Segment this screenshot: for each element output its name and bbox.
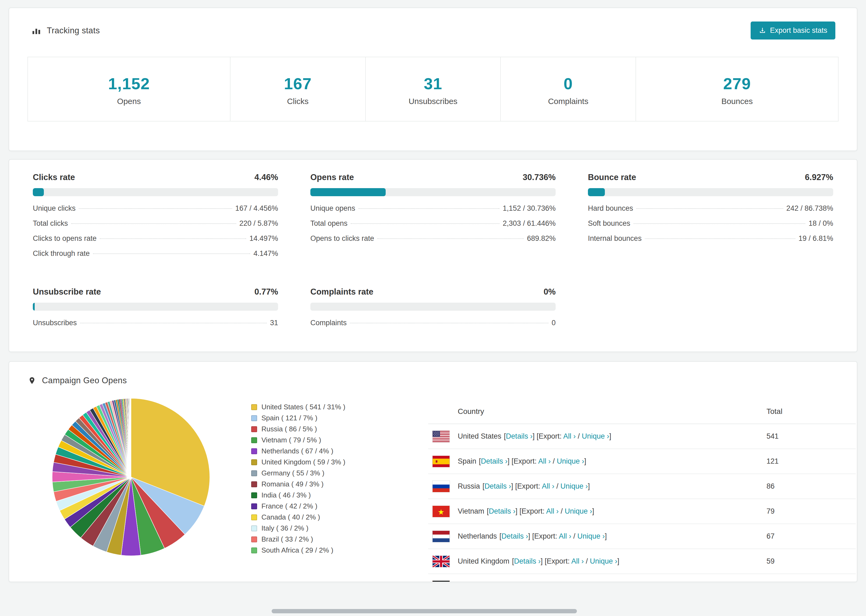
legend-chip-spain bbox=[251, 415, 257, 421]
details-link[interactable]: Details › bbox=[489, 507, 516, 515]
details-link[interactable]: Details › bbox=[485, 482, 511, 490]
dotted-leader bbox=[634, 223, 806, 224]
link-bracket-text: [ bbox=[477, 457, 481, 465]
link-bracket-text: ] bbox=[609, 432, 611, 440]
table-row-united-states: United States [Details ›] [Export: All ›… bbox=[428, 424, 856, 449]
country-column-header: Country bbox=[458, 407, 484, 416]
export-all-link[interactable]: All › bbox=[546, 507, 559, 515]
vn-flag-icon bbox=[433, 506, 450, 517]
details-link[interactable]: Details › bbox=[502, 532, 528, 540]
total-cell: 79 bbox=[767, 507, 856, 515]
details-link[interactable]: Details › bbox=[481, 457, 507, 465]
export-all-link[interactable]: All › bbox=[538, 457, 551, 465]
dotted-leader bbox=[351, 223, 499, 224]
rate-panel-clicks-rate: Clicks rate4.46%Unique clicks167 / 4.456… bbox=[33, 173, 278, 264]
link-bracket-text: ] bbox=[617, 557, 619, 565]
stat-box-bounces: 279Bounces bbox=[636, 57, 838, 121]
export-all-link[interactable]: All › bbox=[559, 532, 572, 540]
rate-panel-header: Clicks rate4.46% bbox=[33, 173, 278, 182]
progress-bar-fill bbox=[33, 303, 35, 311]
dotted-leader bbox=[80, 323, 267, 323]
progress-bar-track bbox=[33, 303, 278, 311]
stat-value: 1,152 bbox=[28, 74, 230, 93]
export-icon bbox=[759, 27, 766, 35]
export-unique-link[interactable]: Unique › bbox=[582, 432, 609, 440]
legend-label: Romania ( 49 / 3% ) bbox=[261, 480, 324, 488]
details-link[interactable]: Details › bbox=[514, 557, 540, 565]
legend-chip-united-kingdom bbox=[251, 459, 257, 465]
geo-opens-title: Campaign Geo Opens bbox=[42, 376, 127, 385]
rate-title: Clicks rate bbox=[33, 173, 75, 182]
legend-label: Canada ( 40 / 2% ) bbox=[261, 513, 320, 522]
table-row-united-kingdom: United Kingdom [Details ›] [Export: All … bbox=[428, 549, 856, 574]
legend-label: Italy ( 36 / 2% ) bbox=[261, 524, 309, 533]
legend-label: United States ( 541 / 31% ) bbox=[261, 403, 345, 411]
export-unique-link[interactable]: Unique › bbox=[561, 482, 588, 490]
legend-chip-russia bbox=[251, 426, 257, 432]
rate-panel-complaints-rate: Complaints rate0%Complaints0 bbox=[310, 287, 556, 334]
link-bracket-text: / bbox=[571, 532, 578, 540]
progress-bar-fill bbox=[588, 188, 605, 196]
horizontal-scrollbar-thumb[interactable] bbox=[272, 609, 577, 613]
export-all-link[interactable]: All › bbox=[563, 432, 576, 440]
export-all-link[interactable]: All › bbox=[542, 482, 554, 490]
rate-stat-label: Unique clicks bbox=[33, 204, 76, 212]
details-link[interactable]: Details › bbox=[506, 432, 532, 440]
legend-item-russia: Russia ( 86 / 5% ) bbox=[251, 424, 345, 435]
legend-label: Germany ( 55 / 3% ) bbox=[261, 469, 324, 477]
rate-stat-row: Opens to clicks rate689.82% bbox=[310, 234, 556, 250]
rate-stat-row: Total clicks220 / 5.87% bbox=[33, 219, 278, 234]
link-bracket-text: / bbox=[551, 457, 557, 465]
rate-stat-label: Unique opens bbox=[310, 204, 355, 212]
stat-label: Unsubscribes bbox=[366, 97, 501, 106]
rate-stat-value: 1,152 / 30.736% bbox=[503, 204, 556, 212]
table-row-netherlands: Netherlands [Details ›] [Export: All › /… bbox=[428, 524, 856, 549]
link-bracket-text: ] bbox=[592, 507, 594, 515]
geo-opens-card: Campaign Geo Opens United States ( 541 /… bbox=[9, 361, 857, 582]
export-unique-link[interactable]: Unique › bbox=[565, 507, 592, 515]
rate-list: Unsubscribes31 bbox=[33, 319, 278, 334]
geo-opens-pie-chart[interactable] bbox=[52, 398, 210, 556]
stat-label: Opens bbox=[28, 97, 230, 106]
horizontal-scrollbar[interactable] bbox=[0, 609, 866, 614]
rate-stat-row: Soft bounces18 / 0% bbox=[588, 219, 833, 234]
us-flag-icon bbox=[433, 431, 450, 442]
rate-stat-value: 18 / 0% bbox=[808, 219, 833, 228]
rate-list: Unique opens1,152 / 30.736%Total opens2,… bbox=[310, 204, 556, 250]
rate-title: Opens rate bbox=[310, 173, 354, 182]
rates-grid: Clicks rate4.46%Unique clicks167 / 4.456… bbox=[9, 160, 857, 351]
stat-box-clicks: 167Clicks bbox=[230, 57, 366, 121]
dotted-leader bbox=[377, 238, 524, 239]
total-column-header: Total bbox=[767, 407, 856, 416]
link-bracket-text: ] [Export: bbox=[528, 532, 559, 540]
export-basic-stats-button[interactable]: Export basic stats bbox=[751, 22, 835, 39]
rate-stat-row: Unsubscribes31 bbox=[33, 319, 278, 334]
geo-table-header-row: Country Total bbox=[428, 399, 856, 424]
legend-chip-canada bbox=[251, 514, 257, 520]
export-unique-link[interactable]: Unique › bbox=[578, 532, 605, 540]
export-unique-link[interactable]: Unique › bbox=[590, 557, 617, 565]
progress-bar-track bbox=[310, 303, 556, 311]
dotted-leader bbox=[350, 323, 548, 323]
rate-list: Complaints0 bbox=[310, 319, 556, 334]
link-bracket-text: ] [Export: bbox=[516, 507, 546, 515]
legend-item-france: France ( 42 / 2% ) bbox=[251, 501, 345, 512]
legend-item-italy: Italy ( 36 / 2% ) bbox=[251, 523, 345, 534]
export-all-link[interactable]: All › bbox=[571, 557, 584, 565]
country-cell: Vietnam [Details ›] [Export: All › / Uni… bbox=[458, 507, 767, 515]
rate-stat-label: Hard bounces bbox=[588, 204, 633, 212]
progress-bar-fill bbox=[33, 188, 44, 196]
legend-label: South Africa ( 29 / 2% ) bbox=[261, 546, 333, 555]
export-unique-link[interactable]: Unique › bbox=[557, 457, 584, 465]
export-basic-stats-label: Export basic stats bbox=[770, 26, 827, 35]
rate-list: Unique clicks167 / 4.456%Total clicks220… bbox=[33, 204, 278, 264]
legend-chip-germany bbox=[251, 470, 257, 476]
progress-bar-track bbox=[588, 188, 833, 196]
link-bracket-text: / bbox=[584, 557, 590, 565]
stat-value: 31 bbox=[366, 74, 501, 93]
stat-label: Clicks bbox=[230, 97, 365, 106]
tracking-stats-title: Tracking stats bbox=[47, 26, 100, 36]
dotted-leader bbox=[645, 238, 795, 239]
legend-item-brazil: Brazil ( 33 / 2% ) bbox=[251, 534, 345, 545]
country-cell: United Kingdom [Details ›] [Export: All … bbox=[458, 557, 767, 566]
